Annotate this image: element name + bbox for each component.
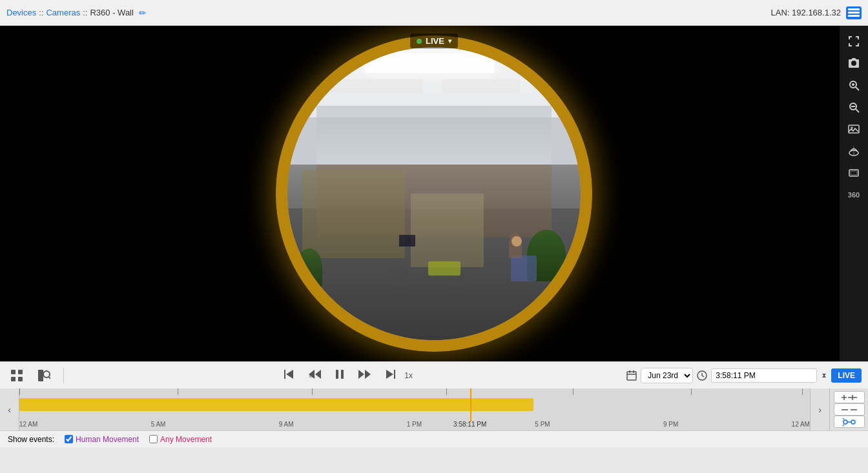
any-movement-label: Any Movement xyxy=(160,435,212,444)
breadcrumb-sep-2: :: xyxy=(83,8,87,17)
timeline-scroll-left-button[interactable]: ‹ xyxy=(0,388,19,430)
playback-toolbar: 30s 1x xyxy=(0,361,868,388)
tick-9am xyxy=(312,388,313,395)
svg-marker-42 xyxy=(822,375,826,377)
svg-rect-19 xyxy=(18,377,23,381)
svg-line-52 xyxy=(843,418,844,419)
tick-5pm xyxy=(573,388,574,395)
skip-to-start-button[interactable] xyxy=(280,367,298,385)
timeline-time-labels: 12 AM 5 AM 9 AM 1 PM 5 PM 9 PM 12 AM xyxy=(19,418,810,428)
tl-label-6: 12 AM xyxy=(792,421,810,428)
tick-12am xyxy=(19,388,20,395)
human-movement-checkbox-label[interactable]: Human Movement xyxy=(65,435,139,444)
svg-rect-34 xyxy=(627,372,636,380)
svg-rect-16 xyxy=(11,370,16,374)
breadcrumb-cameras[interactable]: Cameras xyxy=(46,8,80,17)
live-button[interactable]: LIVE xyxy=(831,368,862,383)
breadcrumb: Devices :: Cameras :: R360 - Wall ✏ xyxy=(6,8,147,18)
timeline-container: ‹ 3:58:11 PM 12 AM 5 AM 9 AM 1 PM 5 PM 9… xyxy=(0,388,868,430)
breadcrumb-sep-1: :: xyxy=(39,8,43,17)
time-input[interactable] xyxy=(711,368,817,383)
human-movement-checkbox[interactable] xyxy=(65,435,73,443)
camera-ptz-button[interactable] xyxy=(842,141,865,161)
svg-line-40 xyxy=(702,376,704,377)
fisheye-lens xyxy=(276,35,592,352)
svg-rect-10 xyxy=(849,125,859,133)
clock-icon xyxy=(697,370,707,381)
svg-rect-18 xyxy=(11,377,16,381)
breadcrumb-devices[interactable]: Devices xyxy=(6,8,36,17)
live-text: LIVE xyxy=(426,36,444,46)
tl-label-5: 9 PM xyxy=(663,421,678,428)
svg-line-8 xyxy=(856,109,859,112)
svg-marker-31 xyxy=(365,370,371,379)
timeline-main[interactable]: 3:58:11 PM 12 AM 5 AM 9 AM 1 PM 5 PM 9 P… xyxy=(19,388,810,430)
tl-label-2: 9 AM xyxy=(279,421,294,428)
svg-rect-37 xyxy=(633,370,634,373)
live-badge[interactable]: LIVE ▾ xyxy=(410,34,458,48)
forward-30s-button[interactable] xyxy=(354,367,376,385)
grid-view-button[interactable] xyxy=(6,367,27,385)
any-movement-checkbox-label[interactable]: Any Movement xyxy=(149,435,212,444)
tick-1pm xyxy=(446,388,447,395)
tl-label-4: 5 PM xyxy=(535,421,550,428)
breadcrumb-camera-name: R360 - Wall xyxy=(90,8,133,17)
zoom-in-button[interactable] xyxy=(842,75,865,96)
tick-9pm xyxy=(691,388,692,395)
svg-rect-28 xyxy=(336,370,338,379)
zoom-out-button[interactable] xyxy=(842,97,865,117)
tick-5am xyxy=(178,388,178,395)
svg-rect-1 xyxy=(848,12,860,14)
image-adjust-button[interactable] xyxy=(842,119,865,139)
search-footage-button[interactable] xyxy=(34,367,54,385)
tick-12am-end xyxy=(802,388,803,395)
svg-point-49 xyxy=(843,420,847,424)
timeline-activity-bar xyxy=(19,398,533,411)
svg-text:30s: 30s xyxy=(309,374,315,378)
header: Devices :: Cameras :: R360 - Wall ✏ LAN:… xyxy=(0,0,868,26)
svg-rect-20 xyxy=(38,370,43,381)
timeline-side-controls xyxy=(829,388,868,430)
svg-rect-17 xyxy=(18,370,23,374)
office-scene xyxy=(287,47,581,340)
time-dropdown-icon[interactable] xyxy=(821,370,827,381)
svg-marker-33 xyxy=(386,370,393,379)
timeline-zoom-out-button[interactable] xyxy=(834,403,865,416)
360-view-button[interactable]: 360 xyxy=(842,185,865,205)
skip-to-end-button[interactable] xyxy=(381,367,399,385)
fullscreen-button[interactable] xyxy=(842,31,865,52)
calendar-icon xyxy=(626,370,637,381)
network-icon xyxy=(846,6,862,19)
svg-line-4 xyxy=(856,87,859,90)
tl-label-1: 5 AM xyxy=(151,421,166,428)
svg-line-53 xyxy=(843,425,844,426)
playback-controls: 30s 1x xyxy=(73,367,620,385)
timeline-zoom-in-button[interactable] xyxy=(834,391,865,403)
screenshot-button[interactable] xyxy=(842,53,865,74)
tl-label-3: 1 PM xyxy=(407,421,422,428)
svg-rect-15 xyxy=(851,171,857,175)
events-bar: Show events: Human Movement Any Movement xyxy=(0,430,868,447)
svg-rect-29 xyxy=(341,370,344,379)
show-events-label: Show events: xyxy=(8,435,54,444)
pause-button[interactable] xyxy=(331,367,349,385)
any-movement-checkbox[interactable] xyxy=(149,435,158,443)
camera-view: LIVE ▾ xyxy=(0,26,868,361)
timeline-sync-button[interactable] xyxy=(834,416,865,428)
dewarping-button[interactable] xyxy=(842,163,865,183)
edit-camera-name-button[interactable]: ✏ xyxy=(139,8,147,18)
back-30s-button[interactable]: 30s xyxy=(304,367,326,385)
timeline-scroll-right-button[interactable]: › xyxy=(810,388,829,430)
header-right: LAN: 192.168.1.32 xyxy=(771,6,862,19)
live-dot xyxy=(417,39,422,44)
date-select[interactable]: Jun 23rd xyxy=(641,368,693,383)
svg-marker-26 xyxy=(315,370,321,379)
camera-controls-panel: 360 xyxy=(840,26,868,361)
toolbar-right: Jun 23rd LIVE xyxy=(626,368,862,383)
svg-rect-36 xyxy=(629,370,630,373)
svg-line-22 xyxy=(49,377,50,379)
ceiling xyxy=(287,47,581,165)
svg-point-50 xyxy=(851,420,855,424)
live-dropdown-icon[interactable]: ▾ xyxy=(448,37,451,45)
timeline-cursor[interactable] xyxy=(470,388,471,422)
